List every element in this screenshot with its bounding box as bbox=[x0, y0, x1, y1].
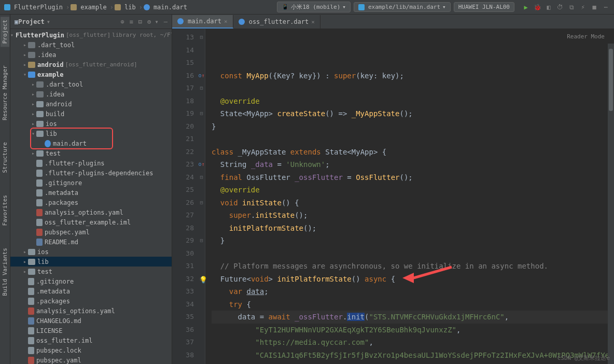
project-header: ▣ Project ▾ ⊕ ≡ ⊟ ⚙ ▾ — bbox=[10, 15, 172, 29]
attach-button[interactable]: ⧉ bbox=[567, 3, 576, 11]
tree-folder[interactable]: ▸build bbox=[10, 109, 172, 119]
tree-file[interactable]: analysis_options.yaml bbox=[10, 306, 172, 316]
tree-folder[interactable]: ▾lib bbox=[10, 129, 172, 138]
tree-file[interactable]: .packages bbox=[10, 296, 172, 306]
side-tab-build-variants[interactable]: Build Variants bbox=[1, 245, 9, 299]
left-tool-strip: Project Resource Manager Structure Favor… bbox=[0, 15, 10, 364]
tree-file[interactable]: README.md bbox=[10, 237, 172, 247]
tree-file[interactable]: analysis_options.yaml bbox=[10, 207, 172, 217]
tree-file[interactable]: .gitignore bbox=[10, 178, 172, 188]
hot-reload-button[interactable]: ⚡ bbox=[579, 3, 587, 11]
editor-area: main.dart×oss_flutter.dart× Reader Mode … bbox=[172, 15, 614, 364]
tree-folder[interactable]: ▸android [oss_flutter_android] bbox=[10, 60, 172, 69]
tree-folder[interactable]: ▸ios bbox=[10, 247, 172, 257]
tree-folder[interactable]: ▸test bbox=[10, 267, 172, 276]
dart-icon bbox=[144, 4, 150, 10]
watermark: CSDN @艾斯米拉达e bbox=[557, 354, 610, 362]
coverage-button[interactable]: ◧ bbox=[545, 3, 553, 11]
tree-file[interactable]: .metadata bbox=[10, 188, 172, 198]
debug-button[interactable]: 🐞 bbox=[533, 3, 541, 11]
tree-file[interactable]: .gitignore bbox=[10, 276, 172, 286]
editor-tab[interactable]: main.dart× bbox=[172, 15, 233, 29]
folder-icon bbox=[71, 4, 77, 10]
tree-root[interactable]: ▾ FlutterPlugin [oss_flutter] library ro… bbox=[10, 30, 172, 40]
more-button[interactable]: ⋯ bbox=[602, 3, 610, 11]
project-indicator: ▣ bbox=[15, 18, 18, 25]
tree-folder[interactable]: ▾example bbox=[10, 69, 172, 79]
tree-file[interactable]: .metadata bbox=[10, 286, 172, 296]
run-config-selector[interactable]: example/lib/main.dart ▾ bbox=[354, 2, 451, 12]
tree-file[interactable]: pubspec.yaml bbox=[10, 355, 172, 364]
project-panel: ▣ Project ▾ ⊕ ≡ ⊟ ⚙ ▾ — ▾ FlutterPlugin … bbox=[10, 15, 172, 364]
tree-folder[interactable]: ▸ios bbox=[10, 119, 172, 129]
line-gutter[interactable]: 1314151617181920212223242526272829303132… bbox=[172, 29, 198, 364]
breadcrumb-0[interactable]: FlutterPlugin bbox=[12, 4, 65, 11]
tree-file[interactable]: .packages bbox=[10, 198, 172, 207]
collapse-all-icon[interactable]: ⊟ bbox=[138, 18, 142, 25]
code-body[interactable]: const MyApp({Key? key}) : super(key: key… bbox=[205, 29, 614, 364]
vertical-scrollbar[interactable] bbox=[608, 44, 614, 364]
expand-all-icon[interactable]: ≡ bbox=[130, 18, 133, 25]
tree-file[interactable]: LICENSE bbox=[10, 326, 172, 335]
flutter-icon bbox=[4, 4, 10, 10]
tree-file[interactable]: oss_flutter_example.iml bbox=[10, 217, 172, 227]
main-toolbar: FlutterPlugin › example › lib › main.dar… bbox=[0, 0, 614, 15]
tree-folder[interactable]: ▸test bbox=[10, 148, 172, 158]
tree-file[interactable]: .flutter-plugins bbox=[10, 158, 172, 168]
editor-tab[interactable]: oss_flutter.dart× bbox=[233, 15, 320, 29]
tree-file[interactable]: oss_flutter.iml bbox=[10, 335, 172, 345]
breadcrumb-1[interactable]: example bbox=[78, 4, 109, 11]
tree-folder[interactable]: ▸.idea bbox=[10, 50, 172, 60]
reader-mode-label[interactable]: Reader Mode bbox=[567, 33, 605, 40]
breadcrumb-2[interactable]: lib bbox=[122, 4, 138, 11]
close-tab-icon[interactable]: × bbox=[311, 19, 315, 25]
tree-folder[interactable]: ▸.dart_tool bbox=[10, 79, 172, 89]
fold-gutter[interactable]: ⊟ o↑⊟ ⊟ o↑⊟ ⊟ ⊟ ⊟ 💡 bbox=[198, 29, 205, 364]
editor-tabs: main.dart×oss_flutter.dart× bbox=[172, 15, 614, 29]
tree-folder[interactable]: ▸.dart_tool bbox=[10, 40, 172, 50]
device-selector[interactable]: 📱 小米18 (mobile) ▾ bbox=[277, 2, 350, 12]
run-button[interactable]: ▶ bbox=[522, 3, 530, 11]
select-opened-icon[interactable]: ⊕ bbox=[120, 18, 124, 25]
tree-file[interactable]: CHANGELOG.md bbox=[10, 316, 172, 326]
project-tree[interactable]: ▾ FlutterPlugin [oss_flutter] library ro… bbox=[10, 29, 172, 364]
hide-panel-icon[interactable]: — bbox=[164, 18, 168, 25]
settings-icon[interactable]: ⚙ ▾ bbox=[147, 18, 159, 25]
stop-button[interactable]: ■ bbox=[590, 3, 598, 11]
tree-folder[interactable]: ▸android bbox=[10, 99, 172, 109]
side-tab-resource[interactable]: Resource Manager bbox=[1, 62, 9, 123]
close-tab-icon[interactable]: × bbox=[224, 18, 228, 25]
tree-file[interactable]: main.dart bbox=[10, 138, 172, 148]
side-tab-structure[interactable]: Structure bbox=[1, 139, 9, 176]
device-secondary[interactable]: HUAWEI JLN-AL00 bbox=[454, 2, 514, 12]
tree-folder[interactable]: ▸lib bbox=[10, 257, 172, 267]
tree-file[interactable]: pubspec.lock bbox=[10, 345, 172, 355]
side-tab-favorites[interactable]: Favorites bbox=[1, 192, 9, 229]
folder-icon bbox=[115, 4, 121, 10]
tree-folder[interactable]: ▸.idea bbox=[10, 89, 172, 99]
profile-button[interactable]: ⏱ bbox=[556, 3, 564, 11]
breadcrumb-3[interactable]: main.dart bbox=[151, 4, 189, 11]
side-tab-project[interactable]: Project bbox=[1, 17, 9, 47]
tree-file[interactable]: pubspec.yaml bbox=[10, 227, 172, 237]
tree-file[interactable]: .flutter-plugins-dependencies bbox=[10, 168, 172, 178]
